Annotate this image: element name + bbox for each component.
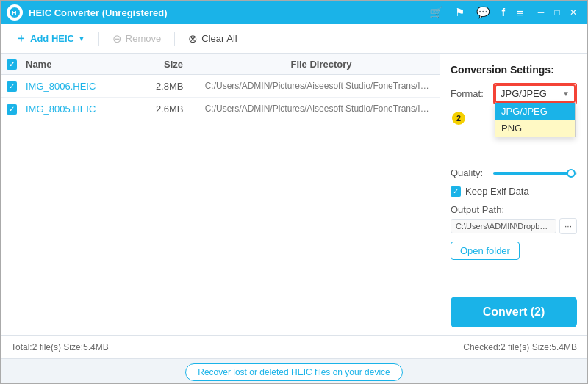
close-button[interactable]: ✕: [565, 4, 581, 21]
format-dropdown-container: JPG/JPEG ▼ JPG/JPEG PNG: [493, 83, 577, 104]
flag-icon[interactable]: ⚑: [451, 4, 468, 21]
format-selected-value: JPG/JPEG: [501, 88, 547, 99]
menu-icon[interactable]: ≡: [513, 5, 527, 21]
keep-exif-label: Keep Exif Data: [465, 186, 529, 197]
restore-button[interactable]: □: [549, 4, 565, 21]
format-dropdown-arrow: ▼: [562, 90, 570, 98]
toolbar-divider-2: [174, 32, 175, 46]
format-dropdown[interactable]: JPG/JPEG ▼: [495, 84, 576, 103]
quality-slider[interactable]: [493, 172, 577, 175]
quality-thumb[interactable]: [567, 169, 576, 178]
convert-button[interactable]: Convert (2): [451, 297, 577, 327]
title-bar-icons: 🛒 ⚑ 💬 f ≡: [426, 4, 527, 21]
row2-name: IMG_8005.HEIC: [23, 104, 140, 115]
keep-exif-row: Keep Exif Data: [451, 186, 577, 197]
add-heic-button[interactable]: ＋ Add HEIC ▼: [8, 28, 93, 49]
bottom-bar: Recover lost or deleted HEIC files on yo…: [1, 358, 587, 384]
header-dir: File Directory: [203, 59, 440, 70]
quality-fill: [493, 172, 569, 175]
app-title: HEIC Converter (Unregistered): [29, 7, 426, 18]
format-label: Format:: [451, 88, 489, 99]
status-left: Total:2 file(s) Size:5.4MB: [11, 342, 463, 352]
clear-all-button[interactable]: ⊗ Clear All: [181, 29, 244, 49]
status-right: Checked:2 file(s) Size:5.4MB: [463, 342, 577, 352]
badge-2-container: 2: [451, 112, 577, 125]
cart-icon[interactable]: 🛒: [426, 4, 447, 21]
badge-2: 2: [452, 112, 465, 125]
minimize-button[interactable]: ─: [533, 4, 549, 21]
add-heic-label: Add HEIC: [30, 33, 74, 44]
clear-icon: ⊗: [188, 32, 198, 46]
status-bar: Total:2 file(s) Size:5.4MB Checked:2 fil…: [1, 335, 587, 358]
header-check: [1, 58, 23, 70]
table-header: Name Size File Directory: [1, 54, 440, 75]
output-label: Output Path:: [451, 204, 577, 215]
row1-dir: C:/Users/ADMIN/Pictures/Aiseesoft Studio…: [199, 81, 440, 91]
remove-button[interactable]: ⊖ Remove: [105, 29, 168, 49]
keep-exif-checkbox[interactable]: [451, 186, 461, 197]
row2-check-cell: [1, 103, 23, 115]
table-row: IMG_8005.HEIC 2.6MB C:/Users/ADMIN/Pictu…: [1, 98, 440, 120]
row1-size: 2.8MB: [140, 81, 199, 92]
window-controls: ─ □ ✕: [533, 4, 581, 21]
app-logo: H: [7, 4, 23, 21]
row1-name: IMG_8006.HEIC: [23, 81, 140, 92]
recover-link-button[interactable]: Recover lost or deleted HEIC files on yo…: [185, 363, 402, 381]
browse-output-button[interactable]: ···: [559, 218, 577, 234]
chat-icon[interactable]: 💬: [473, 4, 494, 21]
remove-icon: ⊖: [112, 32, 122, 46]
output-path-row: C:\Users\ADMIN\Dropbox\PC\ ···: [451, 218, 577, 234]
row1-check-cell: [1, 80, 23, 92]
main-area: Name Size File Directory IMG_8006.HEIC 2…: [1, 54, 587, 335]
output-path-display: C:\Users\ADMIN\Dropbox\PC\: [451, 219, 556, 233]
add-dropdown-arrow[interactable]: ▼: [78, 35, 85, 43]
file-list-area: Name Size File Directory IMG_8006.HEIC 2…: [1, 54, 440, 335]
row2-dir: C:/Users/ADMIN/Pictures/Aiseesoft Studio…: [199, 104, 440, 114]
row2-checkbox[interactable]: [7, 104, 17, 115]
remove-label: Remove: [126, 33, 161, 44]
svg-text:H: H: [12, 10, 17, 17]
clear-label: Clear All: [201, 33, 237, 44]
row2-size: 2.6MB: [140, 104, 199, 115]
output-section: Output Path: C:\Users\ADMIN\Dropbox\PC\ …: [451, 204, 577, 234]
open-folder-button[interactable]: Open folder: [451, 242, 520, 260]
facebook-icon[interactable]: f: [498, 5, 509, 20]
header-name: Name: [23, 59, 144, 70]
header-size: Size: [144, 59, 203, 70]
format-row: Format: JPG/JPEG ▼ JPG/JPEG PNG: [451, 83, 577, 104]
settings-title: Conversion Settings:: [451, 64, 577, 76]
table-row: IMG_8006.HEIC 2.8MB C:/Users/ADMIN/Pictu…: [1, 75, 440, 98]
quality-label: Quality:: [451, 167, 489, 178]
add-icon: ＋: [15, 32, 26, 46]
title-bar: H HEIC Converter (Unregistered) 🛒 ⚑ 💬 f …: [1, 1, 587, 24]
toolbar-divider-1: [98, 32, 99, 46]
quality-row: Quality:: [451, 167, 577, 178]
row1-checkbox[interactable]: [7, 81, 17, 92]
select-all-checkbox[interactable]: [7, 59, 17, 70]
toolbar: ＋ Add HEIC ▼ ⊖ Remove ⊗ Clear All: [1, 24, 587, 54]
right-panel: Conversion Settings: Format: JPG/JPEG ▼ …: [440, 54, 587, 335]
